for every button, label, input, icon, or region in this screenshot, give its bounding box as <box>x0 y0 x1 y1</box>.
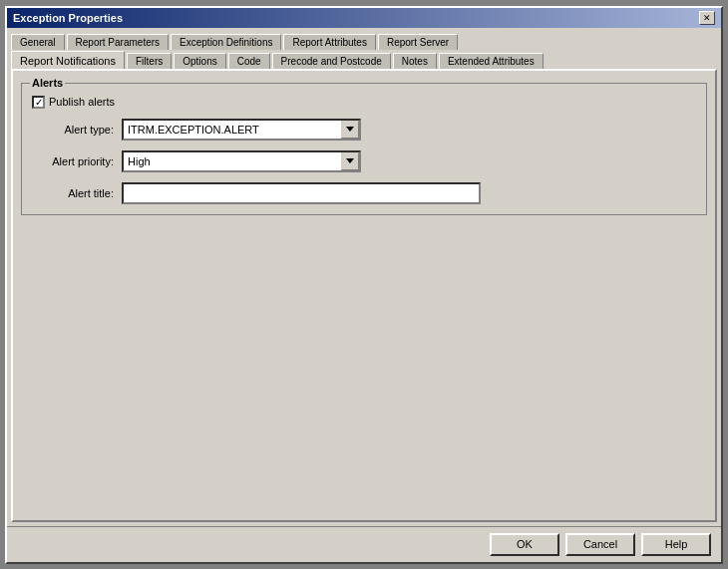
tab-extended-attributes[interactable]: Extended Attributes <box>439 53 544 69</box>
cancel-button[interactable]: Cancel <box>565 533 635 556</box>
tab-notes[interactable]: Notes <box>393 53 437 69</box>
tabs-row1: General Report Parameters Exception Defi… <box>7 28 721 50</box>
bottom-bar: OK Cancel Help <box>7 526 721 562</box>
alert-priority-label: Alert priority: <box>32 155 122 167</box>
alert-type-dropdown-btn[interactable] <box>341 121 359 139</box>
alert-priority-row: Alert priority: High <box>32 150 696 172</box>
alert-type-value: ITRM.EXCEPTION.ALERT <box>124 124 341 136</box>
tab-code[interactable]: Code <box>228 53 270 69</box>
alert-type-select[interactable]: ITRM.EXCEPTION.ALERT <box>122 119 361 141</box>
tab-report-server[interactable]: Report Server <box>378 34 458 50</box>
tab-report-notifications[interactable]: Report Notifications <box>11 51 125 69</box>
alert-type-row: Alert type: ITRM.EXCEPTION.ALERT <box>32 119 696 141</box>
publish-alerts-checkbox[interactable] <box>32 96 45 109</box>
tab-content: Alerts Publish alerts Alert type: ITRM.E… <box>11 69 717 522</box>
publish-alerts-label: Publish alerts <box>49 96 115 108</box>
alert-title-row: Alert title: <box>32 182 696 204</box>
alert-priority-select[interactable]: High <box>122 150 361 172</box>
tab-options[interactable]: Options <box>174 53 225 69</box>
alert-priority-dropdown-btn[interactable] <box>341 152 359 170</box>
tab-precode-postcode[interactable]: Precode and Postcode <box>272 53 391 69</box>
tab-filters[interactable]: Filters <box>127 53 172 69</box>
alert-priority-value: High <box>124 155 341 167</box>
ok-button[interactable]: OK <box>490 533 559 556</box>
help-button[interactable]: Help <box>641 533 711 556</box>
tab-general[interactable]: General <box>11 34 65 50</box>
alert-title-input[interactable] <box>122 182 481 204</box>
title-bar: Exception Properties ✕ <box>7 8 721 28</box>
dialog-title: Exception Properties <box>13 12 123 24</box>
close-button[interactable]: ✕ <box>699 11 715 25</box>
title-bar-buttons: ✕ <box>699 11 715 25</box>
alert-type-arrow-icon <box>346 127 354 132</box>
tab-exception-definitions[interactable]: Exception Definitions <box>171 34 281 50</box>
tab-report-parameters[interactable]: Report Parameters <box>67 34 169 50</box>
tab-report-attributes[interactable]: Report Attributes <box>283 34 375 50</box>
alerts-group: Alerts Publish alerts Alert type: ITRM.E… <box>21 83 707 215</box>
publish-alerts-row: Publish alerts <box>32 96 696 109</box>
alert-title-label: Alert title: <box>32 187 122 199</box>
tabs-row2: Report Notifications Filters Options Cod… <box>7 51 721 69</box>
alerts-group-label: Alerts <box>30 77 65 89</box>
exception-properties-dialog: Exception Properties ✕ General Report Pa… <box>5 6 723 564</box>
alert-priority-arrow-icon <box>346 158 354 163</box>
alert-type-label: Alert type: <box>32 124 122 136</box>
